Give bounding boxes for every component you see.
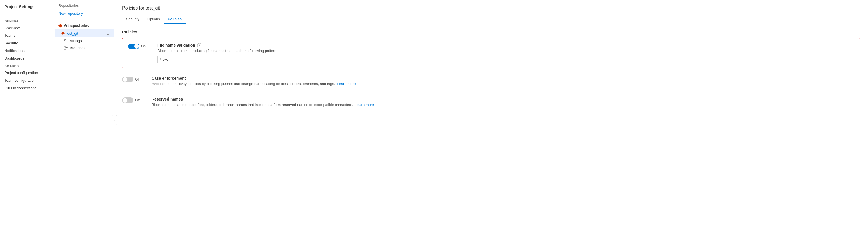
sidebar-item-project-config[interactable]: Project configuration (0, 69, 55, 77)
divider (55, 19, 114, 20)
left-sidebar: Project Settings General Overview Teams … (0, 0, 55, 230)
case-enforcement-row: Off Case enforcement Avoid case-sensitiv… (122, 72, 860, 93)
app-title: Project Settings (0, 4, 55, 14)
sidebar-item-overview[interactable]: Overview (0, 24, 55, 32)
repositories-title: Repositories (55, 3, 114, 10)
tab-options[interactable]: Options (143, 15, 164, 24)
git-repositories-label: Git repositories (64, 24, 89, 28)
case-enforcement-policy-desc: Avoid case-sensitivity conflicts by bloc… (152, 82, 860, 86)
file-name-policy-name: File name validation i (157, 43, 854, 48)
new-repository-link[interactable]: New repository (55, 10, 114, 17)
file-name-policy-info: File name validation i Block pushes from… (157, 43, 854, 63)
tab-security[interactable]: Security (122, 15, 143, 24)
sidebar-item-security[interactable]: Security (0, 39, 55, 47)
reserved-names-policy-desc: Block pushes that introduce files, folde… (152, 103, 860, 107)
branches-item[interactable]: Branches (55, 45, 114, 51)
case-enforcement-policy-name: Case enforcement (152, 76, 860, 81)
all-tags-item[interactable]: All tags (55, 37, 114, 45)
reserved-names-policy-info: Reserved names Block pushes that introdu… (152, 97, 860, 110)
file-name-pattern-input[interactable] (157, 56, 237, 63)
toggle-knob (134, 44, 139, 49)
repo-item-name: test_git (66, 31, 104, 36)
collapse-button[interactable]: ‹ (112, 115, 117, 125)
sidebar-item-notifications[interactable]: Notifications (0, 47, 55, 55)
tag-icon (64, 39, 68, 43)
reserved-names-policy-name: Reserved names (152, 97, 860, 102)
sidebar-item-teams[interactable]: Teams (0, 32, 55, 39)
case-enforcement-policy-info: Case enforcement Avoid case-sensitivity … (152, 76, 860, 89)
file-name-validation-card: On File name validation i Block pushes f… (122, 38, 860, 68)
reserved-names-toggle-area: Off (122, 97, 145, 103)
page-title: Policies for test_git (122, 6, 860, 11)
file-name-toggle[interactable] (128, 44, 140, 49)
boards-section-label: Boards (0, 62, 55, 69)
policies-section-title: Policies (122, 30, 860, 34)
case-enforcement-toggle[interactable] (122, 77, 133, 82)
general-section-label: General (0, 17, 55, 24)
git-repos-icon (58, 24, 62, 28)
case-enforcement-toggle-area: Off (122, 76, 145, 82)
toggle-knob (123, 77, 127, 82)
sidebar-item-team-config[interactable]: Team configuration (0, 77, 55, 84)
git-repositories-header[interactable]: Git repositories (55, 22, 114, 29)
file-name-info-icon[interactable]: i (197, 43, 202, 48)
branch-icon (64, 46, 68, 50)
tab-policies[interactable]: Policies (164, 15, 186, 24)
sidebar-item-dashboards[interactable]: Dashboards (0, 55, 55, 62)
main-content: Policies for test_git Security Options P… (114, 0, 868, 230)
branches-label: Branches (70, 46, 85, 50)
svg-point-0 (65, 46, 66, 47)
mid-panel: ‹ Repositories New repository Git reposi… (55, 0, 114, 230)
reserved-names-row: Off Reserved names Block pushes that int… (122, 93, 860, 114)
repo-more-button[interactable]: … (104, 31, 111, 36)
tabs-bar: Security Options Policies (122, 15, 860, 24)
file-name-toggle-label: On (141, 45, 146, 48)
case-enforcement-learn-more[interactable]: Learn more (337, 82, 355, 86)
sidebar-item-github-connections[interactable]: GitHub connections (0, 84, 55, 92)
reserved-names-learn-more[interactable]: Learn more (355, 103, 374, 107)
repo-item-icon (61, 32, 65, 35)
all-tags-label: All tags (70, 39, 82, 43)
svg-point-1 (65, 49, 66, 50)
reserved-names-toggle[interactable] (122, 97, 133, 103)
test-git-repo-item[interactable]: test_git … (55, 29, 114, 37)
file-name-policy-desc: Block pushes from introducing file names… (157, 49, 854, 53)
file-name-toggle-area: On (128, 43, 151, 49)
reserved-names-toggle-label: Off (135, 98, 140, 102)
toggle-knob (123, 98, 127, 103)
case-enforcement-toggle-label: Off (135, 78, 140, 81)
